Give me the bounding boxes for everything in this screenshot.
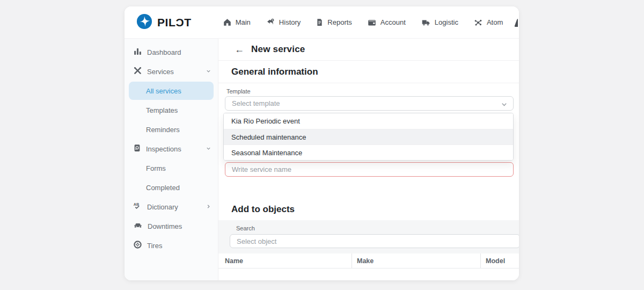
template-select-wrap — [225, 96, 514, 111]
nav-item-label: Logistic — [435, 18, 458, 26]
object-search-input[interactable] — [230, 234, 519, 248]
general-information-form: Template Kia Rio Periodic event Schedule… — [218, 83, 519, 177]
sidebar-item-dashboard[interactable]: Dashboard — [125, 42, 218, 62]
nav-item-dashboard[interactable]: Dashboard — [518, 18, 519, 27]
document-search-icon — [133, 143, 141, 154]
service-name-input[interactable] — [225, 162, 514, 177]
molecule-icon — [473, 18, 483, 27]
svg-text:AB: AB — [134, 202, 139, 207]
chart-growth-icon — [518, 18, 519, 27]
search-label: Search — [236, 225, 519, 231]
nav-item-logistic[interactable]: Logistic — [421, 18, 458, 27]
sidebar-item-label: Inspections — [146, 145, 201, 153]
column-header-model[interactable]: Model — [480, 253, 519, 268]
brand-name: PILƆT — [157, 16, 192, 29]
sidebar-item-inspections[interactable]: Inspections — [125, 139, 218, 158]
sidebar-item-label: Tires — [147, 242, 211, 250]
nav-item-atom[interactable]: Atom — [473, 18, 503, 27]
nav-item-reports[interactable]: Reports — [316, 18, 352, 27]
nav-item-history[interactable]: History — [266, 18, 301, 27]
sidebar-item-label: Dashboard — [147, 48, 211, 56]
back-button[interactable]: ← — [235, 45, 244, 54]
nav-item-label: History — [279, 18, 301, 26]
top-navbar: PILƆT Main History Reports — [125, 6, 519, 39]
sidebar-item-templates[interactable]: Templates — [125, 100, 218, 120]
general-information-heading: General information — [218, 61, 519, 83]
page-title: New service — [251, 44, 305, 55]
add-to-objects-heading: Add to objects — [218, 204, 519, 215]
wallet-icon — [367, 18, 377, 27]
nav-item-clipped-icon[interactable] — [514, 19, 518, 27]
template-dropdown-list: Kia Rio Periodic event Scheduled mainten… — [223, 113, 514, 161]
tools-icon — [133, 66, 142, 77]
nav-item-label: Reports — [327, 18, 352, 26]
template-label: Template — [226, 88, 514, 95]
nav-item-label: Main — [236, 18, 251, 26]
sidebar-item-label: Dictionary — [147, 203, 201, 211]
ab-check-icon: AB — [133, 201, 142, 212]
home-icon — [223, 18, 232, 27]
app-body: Dashboard Services All services Template… — [125, 39, 519, 280]
app-window: PILƆT Main History Reports — [125, 6, 519, 280]
truck-icon — [421, 18, 431, 27]
sidebar-item-tires[interactable]: Tires — [125, 236, 218, 255]
nav-item-label: Atom — [487, 18, 503, 26]
dropdown-option-seasonal[interactable]: Seasonal Maintenance — [224, 144, 513, 160]
column-header-make[interactable]: Make — [352, 253, 480, 268]
sidebar-item-label: All services — [146, 87, 207, 95]
objects-toolbar: Search — [218, 220, 519, 253]
objects-table-header: Name Make Model — [218, 253, 519, 269]
column-header-name[interactable]: Name — [218, 253, 352, 268]
clipped-icon-shape — [514, 19, 518, 27]
chevron-down-icon — [206, 145, 211, 153]
sidebar-item-label: Forms — [146, 164, 211, 172]
dropdown-option-scheduled[interactable]: Scheduled maintenance — [224, 129, 513, 144]
document-icon — [316, 18, 324, 27]
sidebar-item-services[interactable]: Services — [125, 62, 218, 81]
nav-item-account[interactable]: Account — [367, 18, 406, 27]
sidebar-item-forms[interactable]: Forms — [125, 158, 218, 178]
sidebar-item-all-services[interactable]: All services — [129, 82, 214, 100]
sidebar-item-completed[interactable]: Completed — [125, 178, 218, 197]
template-select[interactable] — [225, 96, 514, 111]
main-content: ← New service General information Templa… — [218, 39, 519, 280]
sidebar-item-label: Templates — [146, 106, 211, 114]
car-icon — [133, 221, 143, 231]
dropdown-option-kia-rio[interactable]: Kia Rio Periodic event — [224, 113, 513, 129]
history-icon — [266, 18, 275, 27]
nav-menu: Main History Reports Account — [223, 18, 519, 27]
page-header: ← New service — [218, 39, 519, 61]
sidebar-item-downtimes[interactable]: Downtimes — [125, 216, 218, 236]
nav-item-label: Account — [380, 18, 406, 26]
chevron-right-icon — [206, 203, 211, 211]
chevron-down-icon — [206, 68, 211, 76]
pilot-logo-icon — [136, 13, 152, 32]
sidebar-item-label: Downtimes — [148, 222, 211, 230]
sidebar-item-dictionary[interactable]: AB Dictionary — [125, 197, 218, 216]
sidebar: Dashboard Services All services Template… — [125, 39, 218, 280]
sidebar-item-label: Services — [147, 68, 201, 76]
bar-chart-icon — [133, 47, 142, 57]
tire-icon — [133, 240, 142, 251]
nav-item-main[interactable]: Main — [223, 18, 251, 27]
sidebar-item-label: Completed — [146, 184, 211, 192]
sidebar-item-label: Reminders — [146, 126, 211, 134]
brand-logo[interactable]: PILƆT — [136, 13, 192, 32]
sidebar-item-reminders[interactable]: Reminders — [125, 120, 218, 139]
